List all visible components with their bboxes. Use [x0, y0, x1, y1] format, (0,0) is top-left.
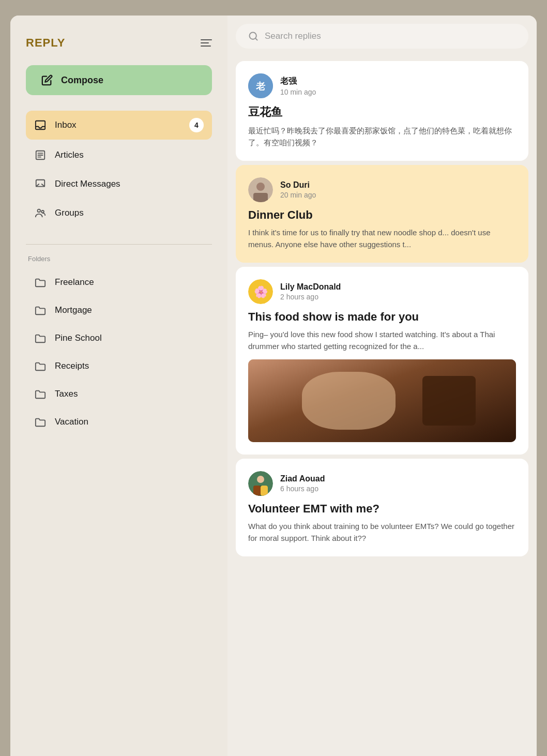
message-header-4: Ziad Aouad 6 hours ago — [248, 471, 516, 496]
sender-name-1: 老强 — [280, 76, 316, 87]
sender-info-2: So Duri 20 min ago — [280, 180, 316, 199]
compose-button[interactable]: Compose — [26, 65, 212, 95]
nav-items: Inbox 4 Articles — [26, 111, 212, 226]
folder-icon-vacation — [34, 416, 47, 428]
message-card-2[interactable]: So Duri 20 min ago Dinner Club I think i… — [236, 165, 528, 263]
groups-icon — [34, 207, 47, 219]
message-subject-2: Dinner Club — [248, 208, 516, 222]
svg-rect-20 — [253, 486, 261, 496]
folder-label-receipts: Receipts — [55, 361, 89, 371]
inbox-label: Inbox — [55, 120, 77, 130]
svg-text:🌸: 🌸 — [254, 285, 268, 299]
message-subject-4: Volunteer EMT with me? — [248, 502, 516, 516]
folder-list: Freelance Mortgage Pine School — [26, 269, 212, 435]
svg-point-6 — [38, 209, 41, 213]
message-card-1[interactable]: 老 老强 10 min ago 豆花鱼 最近忙吗？昨晚我去了你最喜爱的那家饭馆，… — [236, 61, 528, 161]
folder-icon-pine-school — [34, 332, 47, 344]
messages-list: 老 老强 10 min ago 豆花鱼 最近忙吗？昨晚我去了你最喜爱的那家饭馆，… — [227, 53, 537, 756]
message-time-3: 2 hours ago — [280, 293, 341, 301]
direct-messages-icon — [34, 178, 47, 190]
folder-label-vacation: Vacation — [55, 417, 88, 427]
folder-icon-freelance — [34, 276, 47, 289]
message-time-1: 10 min ago — [280, 88, 316, 96]
svg-point-7 — [41, 210, 44, 213]
svg-rect-14 — [253, 193, 268, 202]
search-bar[interactable]: Search replies — [236, 24, 528, 49]
svg-rect-21 — [261, 486, 268, 496]
folder-vacation[interactable]: Vacation — [26, 409, 212, 435]
message-header-2: So Duri 20 min ago — [248, 177, 516, 202]
articles-label: Articles — [55, 150, 84, 160]
avatar-3: 🌸 — [248, 279, 273, 304]
folder-label-mortgage: Mortgage — [55, 305, 92, 315]
direct-messages-label: Direct Messages — [55, 179, 120, 189]
sidebar-item-inbox[interactable]: Inbox 4 — [26, 111, 212, 140]
message-preview-1: 最近忙吗？昨晚我去了你最喜爱的那家饭馆，点了他们的特色菜，吃着就想你了。有空咱们… — [248, 125, 516, 148]
folder-taxes[interactable]: Taxes — [26, 381, 212, 407]
sidebar: REPLY Compose — [10, 16, 227, 756]
svg-point-13 — [256, 183, 265, 191]
svg-text:老: 老 — [255, 81, 266, 92]
search-icon — [248, 31, 259, 41]
sender-info-4: Ziad Aouad 6 hours ago — [280, 474, 325, 493]
sidebar-item-articles[interactable]: Articles — [26, 142, 212, 169]
folder-label-pine-school: Pine School — [55, 333, 102, 343]
folder-label-taxes: Taxes — [55, 389, 78, 399]
sidebar-header: REPLY — [26, 36, 212, 50]
folder-receipts[interactable]: Receipts — [26, 353, 212, 380]
articles-icon — [34, 149, 47, 161]
app-container: REPLY Compose — [10, 16, 537, 756]
sender-name-3: Lily MacDonald — [280, 282, 341, 292]
avatar-2 — [248, 177, 273, 202]
sender-name-2: So Duri — [280, 180, 316, 190]
message-preview-2: I think it's time for us to finally try … — [248, 227, 516, 250]
svg-point-18 — [257, 476, 264, 483]
nav-divider — [26, 244, 212, 245]
sender-info-3: Lily MacDonald 2 hours ago — [280, 282, 341, 301]
folder-freelance[interactable]: Freelance — [26, 269, 212, 296]
folder-icon-receipts — [34, 360, 47, 372]
message-preview-3: Ping– you'd love this new food show I st… — [248, 329, 516, 352]
menu-icon[interactable] — [201, 39, 212, 47]
svg-line-9 — [255, 38, 257, 40]
message-subject-3: This food show is made for you — [248, 310, 516, 324]
message-subject-1: 豆花鱼 — [248, 104, 516, 120]
sender-name-4: Ziad Aouad — [280, 474, 325, 483]
pencil-icon — [41, 74, 53, 86]
avatar-1: 老 — [248, 73, 273, 98]
inbox-badge: 4 — [189, 118, 204, 132]
message-preview-4: What do you think about training to be v… — [248, 521, 516, 544]
folder-label-freelance: Freelance — [55, 277, 94, 288]
folder-icon-taxes — [34, 388, 47, 400]
compose-label: Compose — [61, 75, 103, 86]
avatar-4 — [248, 471, 273, 496]
folder-pine-school[interactable]: Pine School — [26, 325, 212, 352]
message-time-4: 6 hours ago — [280, 485, 325, 493]
sender-info-1: 老强 10 min ago — [280, 76, 316, 96]
message-header-3: 🌸 Lily MacDonald 2 hours ago — [248, 279, 516, 304]
sidebar-item-groups[interactable]: Groups — [26, 200, 212, 226]
message-card-4[interactable]: Ziad Aouad 6 hours ago Volunteer EMT wit… — [236, 459, 528, 556]
search-placeholder: Search replies — [265, 31, 321, 41]
inbox-icon — [34, 119, 47, 131]
app-logo: REPLY — [26, 36, 65, 50]
message-image-3 — [248, 359, 516, 442]
message-card-3[interactable]: 🌸 Lily MacDonald 2 hours ago This food s… — [236, 267, 528, 455]
message-time-2: 20 min ago — [280, 191, 316, 199]
folder-icon-mortgage — [34, 304, 47, 316]
sidebar-item-direct-messages[interactable]: Direct Messages — [26, 171, 212, 198]
groups-label: Groups — [55, 208, 84, 218]
folder-mortgage[interactable]: Mortgage — [26, 297, 212, 324]
main-content: Search replies 老 老强 10 min ago — [227, 16, 537, 756]
folders-heading: Folders — [26, 255, 212, 263]
message-header-1: 老 老强 10 min ago — [248, 73, 516, 98]
